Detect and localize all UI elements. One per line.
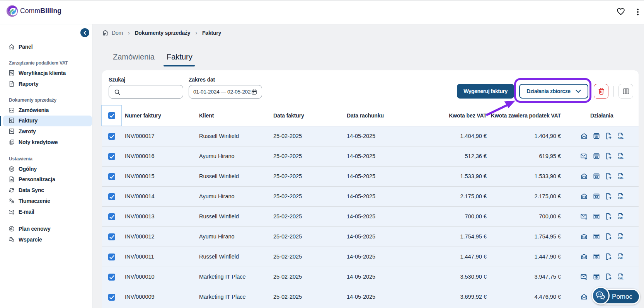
svg-text:XML: XML (618, 197, 624, 200)
svg-text:XML: XML (618, 217, 624, 220)
svg-text:XML: XML (618, 277, 624, 280)
svg-text:XML: XML (618, 257, 624, 260)
svg-text:XML: XML (618, 157, 624, 160)
svg-text:XML: XML (618, 136, 624, 140)
svg-text:XML: XML (618, 177, 624, 180)
svg-text:XML: XML (618, 237, 624, 240)
